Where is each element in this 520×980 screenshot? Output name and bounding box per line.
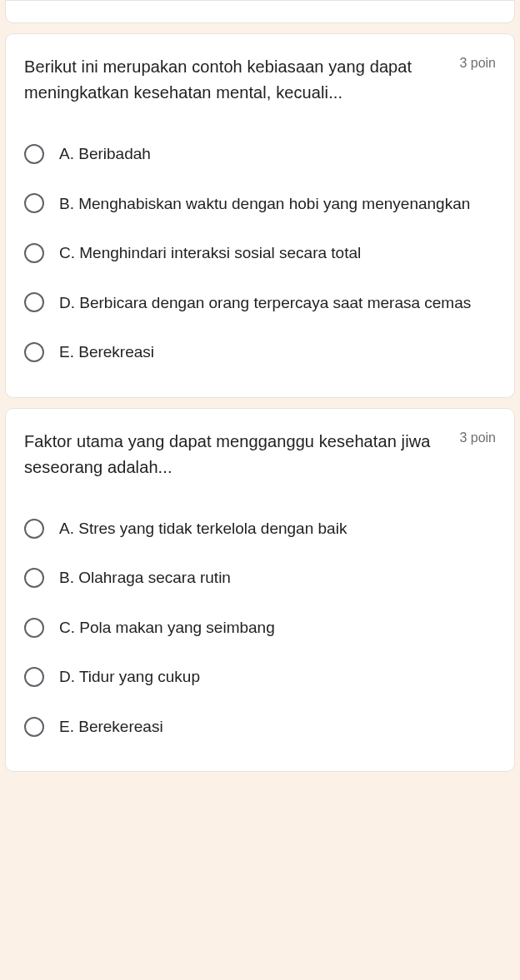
question-points: 3 poin xyxy=(459,429,496,445)
question-header: Faktor utama yang dapat mengganggu keseh… xyxy=(24,429,496,480)
radio-icon xyxy=(24,717,44,737)
question-card-fragment xyxy=(5,0,515,23)
option-label: C. Pola makan yang seimbang xyxy=(59,616,275,639)
option-label: A. Stres yang tidak terkelola dengan bai… xyxy=(59,517,347,540)
option-label: A. Beribadah xyxy=(59,142,151,166)
option-label: B. Olahraga secara rutin xyxy=(59,566,231,589)
question-header: Berikut ini merupakan contoh kebiasaan y… xyxy=(24,54,496,106)
radio-icon xyxy=(24,193,44,213)
radio-icon xyxy=(24,667,44,687)
options-list: A. Stres yang tidak terkelola dengan bai… xyxy=(24,504,496,752)
option-e[interactable]: E. Berekreasi xyxy=(24,327,496,377)
radio-icon xyxy=(24,342,44,362)
option-c[interactable]: C. Pola makan yang seimbang xyxy=(24,603,496,653)
option-label: D. Tidur yang cukup xyxy=(59,665,200,689)
option-label: B. Menghabiskan waktu dengan hobi yang m… xyxy=(59,192,470,216)
question-card: Faktor utama yang dapat mengganggu keseh… xyxy=(5,408,515,773)
option-d[interactable]: D. Berbicara dengan orang terpercaya saa… xyxy=(24,278,496,328)
option-e[interactable]: E. Berekereasi xyxy=(24,702,496,752)
option-a[interactable]: A. Stres yang tidak terkelola dengan bai… xyxy=(24,504,496,554)
question-text: Berikut ini merupakan contoh kebiasaan y… xyxy=(24,54,446,106)
radio-icon xyxy=(24,243,44,263)
radio-icon xyxy=(24,568,44,588)
option-d[interactable]: D. Tidur yang cukup xyxy=(24,652,496,702)
question-card: Berikut ini merupakan contoh kebiasaan y… xyxy=(5,33,515,398)
option-a[interactable]: A. Beribadah xyxy=(24,129,496,179)
option-label: C. Menghindari interaksi sosial secara t… xyxy=(59,241,361,265)
options-list: A. Beribadah B. Menghabiskan waktu denga… xyxy=(24,129,496,377)
radio-icon xyxy=(24,618,44,638)
option-label: E. Berekereasi xyxy=(59,715,163,739)
radio-icon xyxy=(24,144,44,164)
option-label: E. Berekreasi xyxy=(59,341,154,364)
option-b[interactable]: B. Olahraga secara rutin xyxy=(24,553,496,603)
option-label: D. Berbicara dengan orang terpercaya saa… xyxy=(59,291,471,315)
option-c[interactable]: C. Menghindari interaksi sosial secara t… xyxy=(24,228,496,278)
question-points: 3 poin xyxy=(459,54,496,71)
radio-icon xyxy=(24,519,44,539)
radio-icon xyxy=(24,292,44,312)
option-b[interactable]: B. Menghabiskan waktu dengan hobi yang m… xyxy=(24,179,496,229)
question-text: Faktor utama yang dapat mengganggu keseh… xyxy=(24,429,446,480)
